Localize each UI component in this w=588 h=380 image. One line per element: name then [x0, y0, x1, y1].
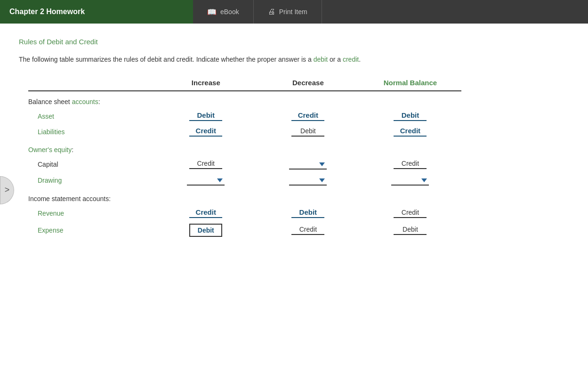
drawing-normal-select[interactable]: Debit Credit — [391, 175, 429, 186]
col-normal-balance: Normal Balance — [359, 79, 461, 91]
ebook-tab[interactable]: 📖 eBook — [193, 0, 254, 24]
asset-row: Asset Debit Credit Debit — [28, 108, 461, 124]
book-icon: 📖 — [207, 8, 217, 16]
revenue-row: Revenue Credit Debit Credit — [28, 205, 461, 221]
description: The following table summarizes the rules… — [19, 54, 569, 65]
revenue-increase: Credit — [189, 208, 222, 218]
desc-middle: or a — [328, 56, 343, 63]
capital-normal: Credit — [394, 160, 427, 169]
liabilities-label: Liabilities — [28, 124, 155, 139]
arrow-label: > — [5, 185, 10, 195]
main-content: Rules of Debit and Credit The following … — [0, 24, 588, 254]
capital-increase: Credit — [189, 160, 222, 169]
expense-row: Expense Debit Credit Debit — [28, 221, 461, 240]
drawing-increase-select[interactable]: Debit Credit — [187, 175, 225, 186]
drawing-row: Drawing Debit Credit — [28, 172, 461, 188]
col-increase: Increase — [155, 79, 257, 91]
accounts-text: accounts — [72, 98, 98, 105]
capital-decrease-dropdown[interactable]: Debit Credit — [289, 159, 327, 170]
print-label: Print Item — [279, 8, 307, 16]
income-header-row: Income statement accounts: — [28, 188, 461, 205]
section-title: Rules of Debit and Credit — [19, 38, 569, 46]
col-decrease: Decrease — [257, 79, 359, 91]
rules-table: Increase Decrease Normal Balance Balance… — [28, 79, 461, 240]
expense-normal: Debit — [394, 226, 427, 235]
asset-label: Asset — [28, 108, 155, 124]
owners-equity-colon: : — [72, 146, 73, 154]
drawing-decrease-select[interactable]: Debit Credit — [289, 175, 327, 186]
asset-increase: Debit — [189, 111, 222, 121]
liabilities-normal: Credit — [394, 127, 427, 137]
liabilities-increase: Credit — [189, 127, 222, 137]
liabilities-decrease: Debit — [291, 127, 324, 137]
asset-normal: Debit — [394, 111, 427, 121]
drawing-normal-dropdown[interactable]: Debit Credit — [391, 175, 429, 186]
owners-equity-header-row: Owner's equity: — [28, 139, 461, 156]
colon-text: : — [98, 98, 100, 105]
balance-sheet-text: Balance sheet — [28, 98, 72, 105]
revenue-label: Revenue — [28, 205, 155, 221]
print-icon: 🖨 — [268, 8, 275, 16]
debit-link[interactable]: debit — [314, 56, 328, 63]
revenue-normal: Credit — [394, 209, 427, 218]
expense-decrease: Credit — [291, 226, 324, 235]
table-header-row: Increase Decrease Normal Balance — [28, 79, 461, 91]
capital-row: Capital Credit Debit Credit Credit — [28, 156, 461, 172]
drawing-increase-dropdown[interactable]: Debit Credit — [187, 175, 225, 186]
page-title: Chapter 2 Homework — [0, 0, 193, 24]
print-tab[interactable]: 🖨 Print Item — [254, 0, 322, 24]
credit-link[interactable]: credit — [343, 56, 359, 63]
owners-equity-text: Owner's equity — [28, 146, 72, 154]
liabilities-row: Liabilities Credit Debit Credit — [28, 124, 461, 139]
asset-decrease: Credit — [291, 111, 324, 121]
desc-suffix: . — [359, 56, 361, 63]
expense-label: Expense — [28, 221, 155, 240]
topbar: Chapter 2 Homework 📖 eBook 🖨 Print Item — [0, 0, 588, 24]
income-header-text: Income statement accounts: — [28, 195, 111, 202]
drawing-decrease-dropdown[interactable]: Debit Credit — [289, 175, 327, 186]
desc-prefix: The following table summarizes the rules… — [19, 56, 314, 63]
balance-sheet-header-row: Balance sheet accounts: — [28, 91, 461, 108]
capital-label: Capital — [28, 156, 155, 172]
expense-increase: Debit — [189, 224, 222, 237]
drawing-label: Drawing — [28, 172, 155, 188]
capital-decrease-select[interactable]: Debit Credit — [289, 159, 327, 170]
ebook-label: eBook — [220, 8, 239, 16]
title-text: Chapter 2 Homework — [9, 8, 85, 16]
revenue-decrease: Debit — [291, 208, 324, 218]
